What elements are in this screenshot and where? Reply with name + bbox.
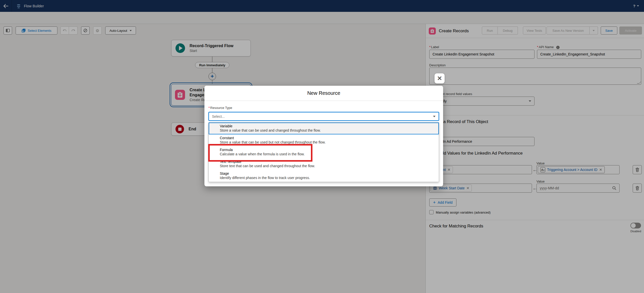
combobox-caret-icon xyxy=(433,116,436,117)
option-formula[interactable]: Formula Calculate a value when the formu… xyxy=(209,146,439,158)
resource-type-label: *Resource Type xyxy=(208,106,232,110)
option-description: Calculate a value when the formula is us… xyxy=(220,152,436,156)
resource-type-listbox: Variable Store a value that can be used … xyxy=(208,122,439,182)
option-label: Variable xyxy=(220,124,436,128)
option-label: Constant xyxy=(220,136,436,140)
option-label: Text Template xyxy=(220,160,436,164)
option-text-template[interactable]: Text Template Store text that can be use… xyxy=(209,158,439,170)
modal-close-button[interactable]: ✕ xyxy=(435,73,445,83)
option-label: Stage xyxy=(220,171,436,176)
new-resource-modal: New Resource *Resource Type Select... Va… xyxy=(204,86,443,186)
flow-builder-app: Flow Builder ? Select Elements Auto-Layo… xyxy=(0,0,644,293)
option-description: Identify different phases in the flow to… xyxy=(220,176,436,180)
option-label: Formula xyxy=(220,148,436,152)
required-asterisk: * xyxy=(208,106,210,110)
modal-title: New Resource xyxy=(307,90,340,96)
option-description: Store a value that can be used but not c… xyxy=(220,140,436,144)
option-description: Store text that can be used and changed … xyxy=(220,164,436,168)
option-stage[interactable]: Stage Identify different phases in the f… xyxy=(209,170,439,182)
close-icon: ✕ xyxy=(437,75,442,82)
option-description: Store a value that can be used and chang… xyxy=(220,128,436,133)
option-variable[interactable]: Variable Store a value that can be used … xyxy=(209,123,439,134)
resource-type-placeholder: Select... xyxy=(212,114,225,119)
resource-type-combobox[interactable]: Select... xyxy=(208,112,439,121)
option-constant[interactable]: Constant Store a value that can be used … xyxy=(209,134,439,146)
modal-titlebar: New Resource xyxy=(204,86,443,101)
